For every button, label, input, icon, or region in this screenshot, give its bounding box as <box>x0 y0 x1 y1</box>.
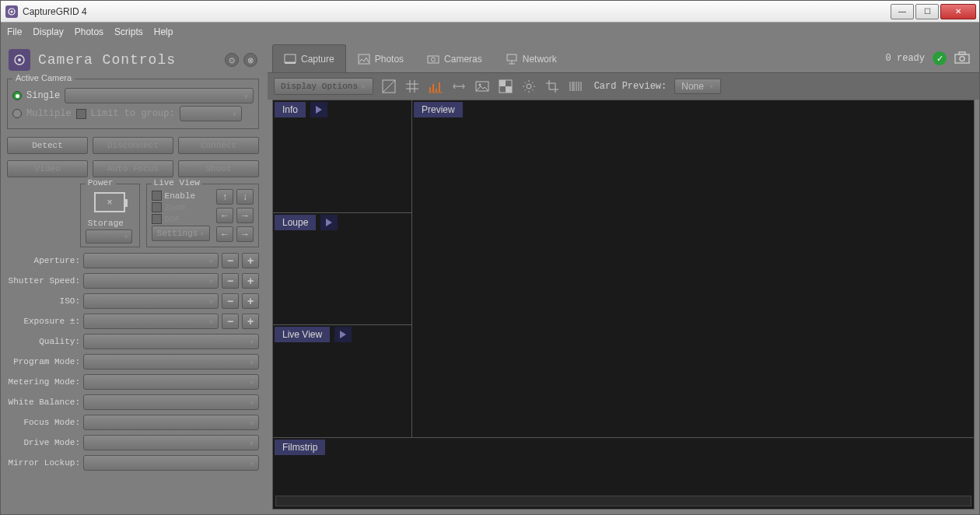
panel-close-button[interactable]: ⊗ <box>243 53 257 67</box>
lv-zoom-checkbox[interactable] <box>152 202 162 212</box>
nav-right-button[interactable]: → <box>236 208 254 223</box>
lv-enable-checkbox[interactable] <box>152 191 162 201</box>
image-icon[interactable] <box>474 79 490 94</box>
exposure-minus[interactable]: − <box>222 314 239 329</box>
storage-title: Storage <box>86 219 135 228</box>
loupe-play-button[interactable] <box>320 215 338 230</box>
svg-rect-4 <box>285 54 296 62</box>
autofocus-button[interactable]: Auto Focus <box>93 160 173 177</box>
svg-point-13 <box>960 56 964 61</box>
shutter-select[interactable] <box>83 273 219 289</box>
shutter-minus[interactable]: − <box>222 273 239 289</box>
disconnect-button[interactable]: Disconnect <box>93 137 173 154</box>
aperture-plus[interactable]: + <box>242 253 259 268</box>
liveview-tab[interactable]: Live View <box>275 327 330 342</box>
preview-panel: Preview <box>411 100 974 437</box>
single-radio[interactable] <box>12 91 22 100</box>
histogram-icon[interactable] <box>428 79 443 94</box>
tab-cameras[interactable]: Cameras <box>415 44 494 72</box>
grid-icon[interactable] <box>404 79 420 94</box>
menubar: File Display Photos Scripts Help <box>1 23 979 41</box>
svg-point-8 <box>432 58 436 61</box>
crop-icon[interactable] <box>544 79 560 94</box>
nav-down-button[interactable]: ↓ <box>236 189 254 205</box>
multiple-radio[interactable] <box>12 109 22 118</box>
display-options-button[interactable]: Display Options <box>274 78 373 95</box>
detect-button[interactable]: Detect <box>7 137 88 154</box>
brightness-icon[interactable] <box>521 79 537 94</box>
checker-icon[interactable] <box>498 79 513 94</box>
iso-minus[interactable]: − <box>222 293 239 309</box>
wb-label: White Balance: <box>7 398 80 407</box>
nav-left-button[interactable]: ← <box>216 208 233 223</box>
filmstrip-tab[interactable]: Filmstrip <box>275 440 325 455</box>
tab-network-label: Network <box>523 54 557 65</box>
video-button[interactable]: Video <box>7 160 88 177</box>
close-button[interactable]: ✕ <box>940 4 976 19</box>
exposure-select[interactable] <box>83 314 219 329</box>
iso-plus[interactable]: + <box>242 293 259 309</box>
tab-photos[interactable]: Photos <box>346 44 415 72</box>
aperture-minus[interactable]: − <box>222 253 239 268</box>
barcode-icon[interactable] <box>568 79 583 94</box>
menu-help[interactable]: Help <box>154 26 173 37</box>
tab-capture[interactable]: Capture <box>272 44 346 72</box>
iso-select[interactable] <box>83 293 219 309</box>
capture-camera-icon[interactable] <box>954 51 970 66</box>
preview-tab[interactable]: Preview <box>414 102 463 117</box>
shoot-button[interactable]: Shoot <box>178 160 259 177</box>
tab-cameras-label: Cameras <box>444 54 482 65</box>
info-tab[interactable]: Info <box>275 102 306 117</box>
single-camera-select[interactable] <box>65 88 254 103</box>
svg-rect-7 <box>428 56 439 63</box>
lv-dof-checkbox[interactable] <box>152 214 162 224</box>
limit-group-select[interactable] <box>180 106 242 121</box>
program-select[interactable] <box>83 354 259 370</box>
minimize-button[interactable]: — <box>891 4 914 19</box>
metering-select[interactable] <box>83 374 259 390</box>
menu-display[interactable]: Display <box>33 26 63 37</box>
connect-button[interactable]: Connect <box>178 137 259 154</box>
tab-network[interactable]: Network <box>494 44 569 72</box>
menu-file[interactable]: File <box>7 26 22 37</box>
drive-label: Drive Mode: <box>7 438 80 447</box>
titlebar: CaptureGRID 4 — ☐ ✕ <box>1 1 979 23</box>
menu-photos[interactable]: Photos <box>75 26 103 37</box>
storage-select[interactable] <box>86 229 132 243</box>
levels-icon[interactable] <box>381 79 397 94</box>
wb-select[interactable] <box>83 394 259 410</box>
liveview-panel: Live View <box>273 325 411 437</box>
tab-bar: Capture Photos Cameras Network 0 ready ✓ <box>268 41 979 72</box>
drive-select[interactable] <box>83 435 259 450</box>
tab-photos-label: Photos <box>375 54 404 65</box>
mirror-label: Mirror Lockup: <box>7 458 80 468</box>
shutter-plus[interactable]: + <box>242 273 259 289</box>
maximize-button[interactable]: ☐ <box>915 4 939 19</box>
focus-select[interactable] <box>83 415 259 430</box>
quality-select[interactable] <box>83 334 259 349</box>
nav-next-button[interactable]: → <box>236 226 254 242</box>
filmstrip-scrollbar[interactable] <box>275 496 971 506</box>
fit-width-icon[interactable] <box>451 79 467 94</box>
tab-capture-label: Capture <box>301 54 334 65</box>
nav-prev-button[interactable]: ← <box>216 226 233 242</box>
aperture-select[interactable] <box>83 253 219 268</box>
panel-target-button[interactable]: ⊙ <box>225 53 239 67</box>
exposure-plus[interactable]: + <box>242 314 259 329</box>
mirror-select[interactable] <box>83 455 259 471</box>
svg-rect-9 <box>507 54 516 61</box>
svg-point-19 <box>478 84 481 86</box>
loupe-panel: Loupe <box>273 213 411 326</box>
program-label: Program Mode: <box>7 357 80 366</box>
lv-settings-button[interactable]: Settings <box>152 226 210 241</box>
info-panel: Info <box>273 100 411 213</box>
loupe-tab[interactable]: Loupe <box>275 215 316 230</box>
limit-group-checkbox[interactable] <box>76 109 86 119</box>
liveview-play-button[interactable] <box>334 327 352 342</box>
menu-scripts[interactable]: Scripts <box>114 26 143 37</box>
iso-label: ISO: <box>7 296 80 306</box>
card-preview-select[interactable]: None <box>674 79 721 94</box>
info-play-button[interactable] <box>310 102 327 117</box>
aperture-label: Aperture: <box>7 256 80 265</box>
nav-up-button[interactable]: ↑ <box>216 189 233 205</box>
